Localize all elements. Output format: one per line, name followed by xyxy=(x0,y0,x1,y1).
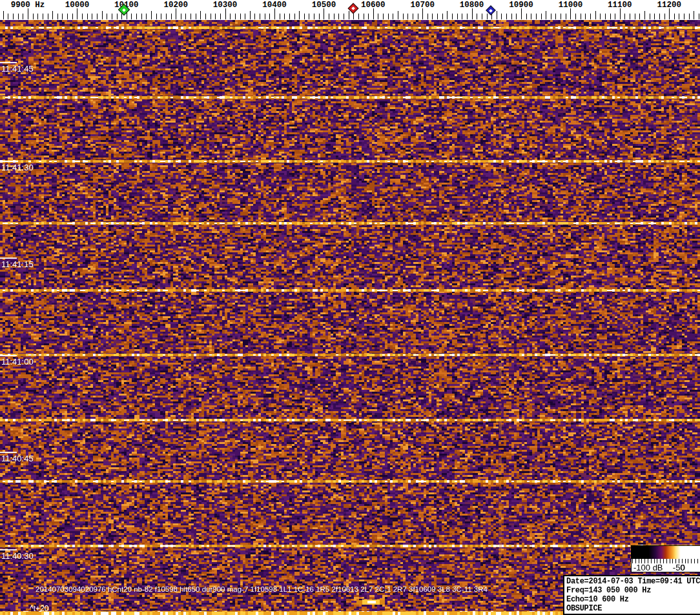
ruler-label: 10600 xyxy=(361,1,386,10)
ruler-label: 10500 xyxy=(312,1,336,10)
ruler-tick xyxy=(452,14,453,19)
ruler-tick xyxy=(240,14,241,19)
ruler-tick xyxy=(314,14,314,19)
ruler-tick xyxy=(482,14,482,19)
ruler-tick xyxy=(260,14,260,19)
ruler-tick xyxy=(477,14,477,19)
ruler-tick xyxy=(33,14,34,19)
ruler-tick xyxy=(102,11,103,19)
ruler-tick xyxy=(442,14,443,19)
ruler-label: 10800 xyxy=(460,1,484,10)
ruler-tick xyxy=(161,14,161,19)
ruler-label: 10400 xyxy=(262,1,287,10)
ruler-tick xyxy=(250,11,251,19)
time-tick xyxy=(0,62,17,63)
ruler-tick xyxy=(575,14,576,19)
ruler-tick xyxy=(650,14,650,19)
ruler-tick xyxy=(319,14,320,19)
ruler-tick xyxy=(615,14,615,19)
ruler-tick xyxy=(48,14,48,19)
ruler-tick xyxy=(679,14,679,19)
ruler-tick xyxy=(546,11,546,19)
ruler-tick xyxy=(639,14,640,19)
ruler-tick xyxy=(136,14,137,19)
ruler-tick xyxy=(694,11,694,19)
ruler-tick xyxy=(541,14,542,19)
ruler-tick xyxy=(659,14,660,19)
ruler-tick xyxy=(52,11,53,19)
observation-info-box: Date=2014-07-03 Time=09:41 UTC Freq=143 … xyxy=(563,575,700,615)
ruler-tick xyxy=(156,14,157,19)
ruler-tick xyxy=(254,14,255,19)
ruler-tick xyxy=(521,8,522,19)
ruler-tick xyxy=(146,14,147,19)
info-echo-frequency: Echo=10 600 Hz xyxy=(566,595,699,604)
marker-center-dot xyxy=(122,8,126,12)
ruler-tick xyxy=(635,14,635,19)
ruler-tick xyxy=(403,14,404,19)
ruler-tick xyxy=(684,14,685,19)
time-label: 11:41:45 xyxy=(1,64,34,74)
ruler-tick xyxy=(205,14,206,19)
ruler-tick xyxy=(407,14,408,19)
ruler-tick xyxy=(121,14,122,19)
time-label: 11:41:30 xyxy=(1,163,34,172)
ruler-tick xyxy=(87,14,88,19)
ruler-tick xyxy=(13,14,14,19)
time-label: 11:41:00 xyxy=(1,357,34,367)
ruler-tick xyxy=(516,14,517,19)
ruler-tick xyxy=(595,11,596,19)
ruler-tick xyxy=(689,14,690,19)
ruler-tick xyxy=(309,14,309,19)
ruler-tick xyxy=(215,14,216,19)
ruler-tick xyxy=(506,14,507,19)
ruler-label: 11000 xyxy=(559,1,583,10)
ruler-tick xyxy=(472,8,473,19)
ruler-tick xyxy=(511,14,512,19)
frequency-ruler[interactable]: 9900 Hz100001010010200103001040010500106… xyxy=(0,0,700,20)
ruler-tick xyxy=(97,14,98,19)
ruler-tick xyxy=(284,14,285,19)
ruler-tick xyxy=(585,14,586,19)
time-label: 11:40:30 xyxy=(1,551,34,561)
ruler-tick xyxy=(131,14,132,19)
ruler-label: 10000 xyxy=(65,1,90,10)
ruler-tick xyxy=(274,8,275,19)
ruler-tick xyxy=(299,11,300,19)
ruler-tick xyxy=(57,14,58,19)
ruler-label: 9900 Hz xyxy=(11,1,45,10)
ruler-tick xyxy=(620,8,621,19)
ruler-tick xyxy=(393,14,393,19)
ruler-tick xyxy=(28,8,28,19)
info-date-time: Date=2014-07-03 Time=09:41 UTC xyxy=(566,577,699,586)
ruler-tick xyxy=(18,14,19,19)
ruler-tick xyxy=(497,11,497,19)
ruler-tick xyxy=(427,14,428,19)
ruler-tick xyxy=(368,14,369,19)
ruler-tick xyxy=(265,14,265,19)
corner-label: ^t+20 xyxy=(30,604,48,613)
ruler-tick xyxy=(334,14,335,19)
ruler-tick xyxy=(462,14,462,19)
ruler-tick xyxy=(37,14,38,19)
ruler-tick xyxy=(600,14,601,19)
ruler-tick xyxy=(432,14,433,19)
time-tick xyxy=(0,549,17,550)
marker-center-dot xyxy=(351,6,355,10)
ruler-tick xyxy=(630,14,630,19)
ruler-tick xyxy=(447,11,448,19)
ruler-tick xyxy=(467,14,468,19)
marker-diamond-red[interactable] xyxy=(348,3,359,14)
ruler-tick xyxy=(67,14,68,19)
legend-label-min: -100 dB xyxy=(633,563,663,572)
spectrogram-canvas[interactable] xyxy=(0,20,700,615)
ruler-tick xyxy=(378,14,378,19)
ruler-tick xyxy=(171,14,172,19)
ruler-label: 10900 xyxy=(509,1,533,10)
ruler-tick xyxy=(324,8,324,19)
waterfall-display[interactable]: 11:41:4511:41:3011:41:1511:41:0011:40:45… xyxy=(0,20,700,615)
ruler-tick xyxy=(23,14,23,19)
ruler-tick xyxy=(82,14,83,19)
ruler-tick xyxy=(413,14,413,19)
legend-labels: -100 dB -50 0 xyxy=(632,563,700,572)
